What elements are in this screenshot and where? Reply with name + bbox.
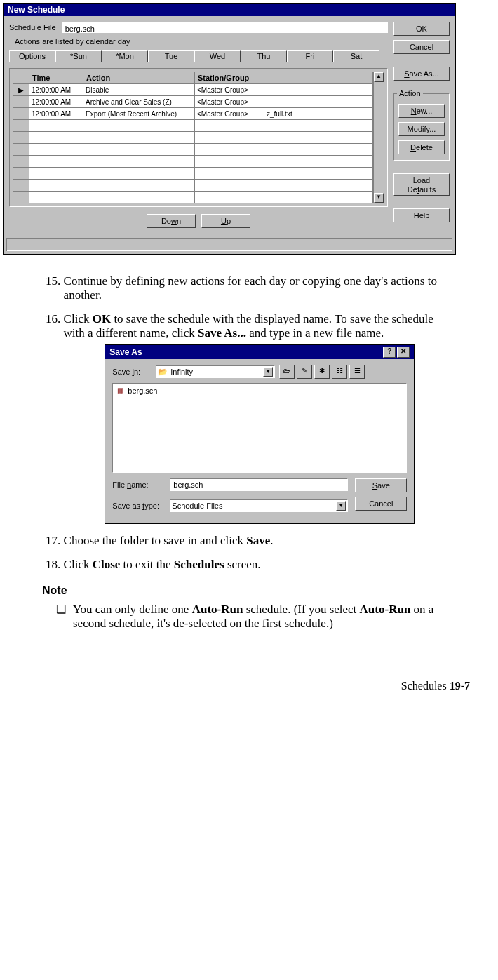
step-17: Choose the folder to save in and click S… (64, 534, 456, 548)
page-footer: Schedules 19-7 (0, 638, 498, 692)
save-in-label: Save in: (112, 368, 152, 376)
help-icon[interactable]: ? (383, 347, 396, 358)
cancel-save-button[interactable]: Cancel (355, 497, 407, 511)
close-icon[interactable]: ✕ (397, 347, 410, 358)
save-in-value: Infinity (170, 368, 193, 376)
table-row[interactable] (13, 132, 373, 144)
chevron-down-icon[interactable]: ▼ (263, 367, 273, 377)
schedule-file-input[interactable]: berg.sch (62, 22, 388, 33)
save-in-combo[interactable]: 📂 Infinity ▼ (156, 365, 275, 378)
actions-table[interactable]: Time Action Station/Group ▶ 12:00:00 AM … (13, 72, 373, 203)
table-row[interactable] (13, 156, 373, 168)
file-list[interactable]: ▦ berg.sch (112, 383, 407, 473)
status-bar (6, 238, 452, 251)
action-group: Action New... Modify... Delete (393, 93, 450, 161)
file-name-label: File name: (112, 481, 166, 489)
up-button[interactable]: Up (201, 214, 250, 228)
tab-fri[interactable]: Fri (287, 50, 333, 62)
hint-text: Actions are listed by calendar day (15, 37, 388, 46)
save-button[interactable]: Save (355, 478, 407, 492)
schedule-file-label: Schedule File (9, 23, 56, 32)
step-18: Click Close to exit the Schedules screen… (64, 558, 456, 572)
note-list: You can only define one Auto-Run schedul… (42, 603, 456, 631)
tab-sun[interactable]: *Sun (55, 50, 102, 62)
tab-sat[interactable]: Sat (333, 50, 379, 62)
save-as-type-label: Save as type: (112, 502, 166, 510)
folder-icon: 📂 (158, 368, 168, 377)
new-schedule-window: New Schedule Schedule File berg.sch Acti… (3, 3, 456, 255)
step-15: Continue by defining new actions for eac… (64, 274, 456, 302)
modify-action-button[interactable]: Modify... (398, 122, 445, 136)
tab-tue[interactable]: Tue (148, 50, 194, 62)
ok-button[interactable]: OK (393, 22, 450, 36)
table-row[interactable] (13, 168, 373, 180)
tab-wed[interactable]: Wed (194, 50, 241, 62)
save-as-title: Save As (109, 347, 142, 357)
day-tabs: Options *Sun *Mon Tue Wed Thu Fri Sat (9, 50, 388, 62)
new-action-button[interactable]: New... (398, 104, 445, 118)
cancel-button[interactable]: Cancel (393, 40, 450, 54)
table-row[interactable] (13, 120, 373, 132)
vertical-scrollbar[interactable]: ▲ ▼ (373, 72, 384, 203)
load-defaults-button[interactable]: LoadDefaults (393, 173, 450, 196)
list-view-icon[interactable]: ☷ (332, 365, 347, 379)
col-station: Station/Group (195, 72, 264, 84)
note-item: You can only define one Auto-Run schedul… (56, 603, 456, 631)
table-row[interactable]: 12:00:00 AM Archive and Clear Sales (Z) … (13, 96, 373, 108)
table-row[interactable] (13, 144, 373, 156)
save-as-button[interactable]: Save As... (393, 67, 450, 81)
up-one-level-icon[interactable]: 🗁 (279, 365, 295, 379)
table-row[interactable]: ▶ 12:00:00 AM Disable <Master Group> (13, 84, 373, 96)
step-16: Click OK to save the schedule with the d… (64, 312, 456, 524)
list-item[interactable]: ▦ berg.sch (115, 386, 404, 396)
delete-action-button[interactable]: Delete (398, 140, 445, 154)
tab-thu[interactable]: Thu (241, 50, 287, 62)
window-title: New Schedule (4, 4, 455, 16)
down-button[interactable]: Down (147, 214, 196, 228)
details-view-icon[interactable]: ☰ (349, 365, 365, 379)
file-name-input[interactable]: berg.sch (170, 478, 348, 491)
tab-mon[interactable]: *Mon (102, 50, 148, 62)
file-icon: ▦ (115, 386, 125, 396)
new-folder-icon[interactable]: ✱ (314, 365, 330, 379)
scroll-down-icon[interactable]: ▼ (374, 193, 384, 203)
desktop-icon[interactable]: ✎ (297, 365, 312, 379)
col-action: Action (83, 72, 195, 84)
help-button[interactable]: Help (393, 208, 450, 222)
table-row[interactable] (13, 180, 373, 192)
scroll-up-icon[interactable]: ▲ (374, 72, 384, 82)
save-as-dialog: Save As ? ✕ Save in: 📂 Infinity ▼ (105, 344, 415, 524)
tab-options[interactable]: Options (9, 50, 55, 62)
actions-table-wrap: Time Action Station/Group ▶ 12:00:00 AM … (9, 68, 388, 207)
table-row[interactable] (13, 192, 373, 203)
table-row[interactable]: 12:00:00 AM Export (Most Recent Archive)… (13, 108, 373, 120)
save-as-type-combo[interactable]: Schedule Files ▼ (170, 499, 348, 512)
note-heading: Note (42, 584, 456, 597)
chevron-down-icon[interactable]: ▼ (336, 501, 346, 511)
instruction-list: Continue by defining new actions for eac… (42, 274, 456, 572)
action-group-label: Action (397, 89, 423, 98)
col-time: Time (29, 72, 83, 84)
